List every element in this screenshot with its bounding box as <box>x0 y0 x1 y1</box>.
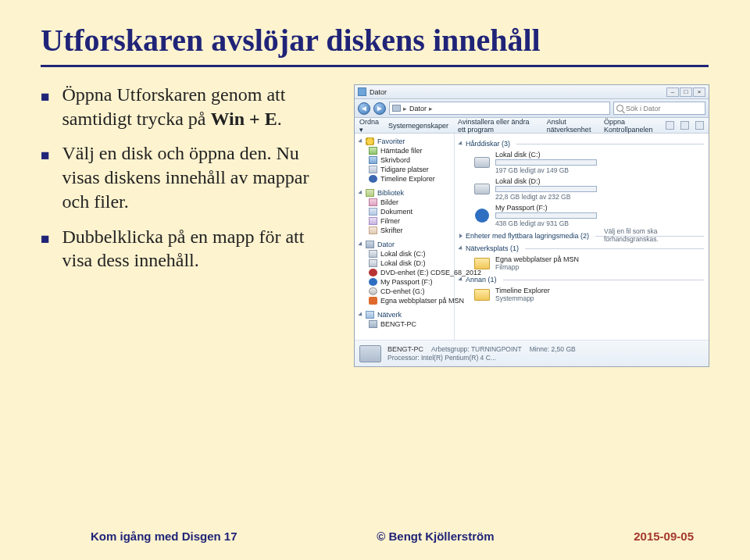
folder-icon <box>474 289 490 301</box>
nav-item-fonts[interactable]: Skrifter <box>358 226 452 235</box>
computer-icon <box>359 345 381 362</box>
nav-label: Filmer <box>380 217 400 225</box>
nav-item-pictures[interactable]: Bilder <box>358 198 452 207</box>
nav-network-header[interactable]: Nätverk <box>358 310 452 319</box>
group-network-location[interactable]: Nätverksplats (1) <box>459 243 704 254</box>
nav-label: Bilder <box>380 198 398 206</box>
nav-favorites-header[interactable]: Favoriter <box>358 137 452 146</box>
organize-menu[interactable]: Ordna ▾ <box>359 118 379 134</box>
hdd-icon <box>474 157 490 168</box>
nav-label: Skrifter <box>380 226 403 234</box>
drive-timeline[interactable]: Timeline Explorer Systemmapp <box>459 285 704 304</box>
view-icon[interactable] <box>666 121 674 130</box>
back-button[interactable]: ◄ <box>358 102 370 115</box>
msn-icon <box>369 297 377 305</box>
search-icon <box>616 105 623 112</box>
bullet-marker: ■ <box>41 230 49 248</box>
details-value: Intel(R) Pentium(R) 4 C... <box>421 354 496 362</box>
close-button[interactable]: × <box>693 87 705 97</box>
nav-label: Bibliotek <box>377 189 404 197</box>
app-icon <box>358 87 366 96</box>
hdd-icon <box>369 259 377 267</box>
uninstall-button[interactable]: Avinstallera eller ändra ett program <box>458 118 538 134</box>
documents-icon <box>369 208 377 216</box>
footer-author: © Bengt Kjöllerström <box>377 530 494 543</box>
details-value: 2,50 GB <box>552 345 576 353</box>
nav-computer-header[interactable]: Dator <box>358 240 452 249</box>
slide-title: Utforskaren avslöjar diskens innehåll <box>41 22 709 59</box>
nav-item-desktop[interactable]: Skrivbord <box>358 155 452 165</box>
drive-subtext: 438 GB ledigt av 931 GB <box>495 219 597 227</box>
help-icon[interactable] <box>695 121 704 130</box>
computer-icon <box>392 105 401 112</box>
network-icon <box>366 311 374 319</box>
drive-name: Egna webbplatser på MSN <box>495 255 579 263</box>
timeline-icon <box>369 175 377 183</box>
nav-item-passport-f[interactable]: My Passport (F:) <box>358 277 452 287</box>
map-network-button[interactable]: Anslut nätverksenhet <box>547 118 595 134</box>
window-titlebar[interactable]: Dator – □ × <box>355 85 709 99</box>
nav-item-cd-g[interactable]: CD-enhet (G:) <box>358 287 452 296</box>
nav-item-disk-c[interactable]: Lokal disk (C:) <box>358 249 452 259</box>
nav-item-recent[interactable]: Tidigare platser <box>358 165 452 174</box>
nav-label: Egna webbplatser på MSN <box>380 297 464 305</box>
bullet-text: Öppna Utforskaren genom att samtidigt tr… <box>62 83 335 130</box>
desktop-icon <box>369 156 377 164</box>
window-title: Dator <box>370 88 387 96</box>
bullet-text-bold: Win + E <box>210 109 277 129</box>
nav-label: Dator <box>377 241 395 248</box>
explorer-body: Favoriter Hämtade filer Skrivbord Tidiga… <box>355 134 709 340</box>
bullet-list: ■ Öppna Utforskaren genom att samtidigt … <box>41 83 335 367</box>
nav-item-msn[interactable]: Egna webbplatser på MSN <box>358 296 452 305</box>
drive-d[interactable]: Lokal disk (D:) 22,8 GB ledigt av 232 GB <box>459 176 704 202</box>
group-label: Nätverksplats (1) <box>466 244 519 252</box>
system-properties-button[interactable]: Systemegenskaper <box>388 122 448 130</box>
group-other[interactable]: Annan (1) <box>459 274 704 285</box>
nav-label: Favoriter <box>377 137 405 145</box>
passport-icon <box>369 278 377 286</box>
maximize-button[interactable]: □ <box>680 87 692 97</box>
group-label: Annan (1) <box>466 276 497 284</box>
nav-label: Nätverk <box>377 311 402 319</box>
breadcrumb-sep-icon: ▸ <box>403 105 407 112</box>
preview-hint: Välj en fil som ska förhandsgranskas. <box>604 227 705 243</box>
details-pc-name: BENGT-PC <box>388 345 423 353</box>
window-controls: – □ × <box>666 87 705 97</box>
drive-subtext: 197 GB ledigt av 149 GB <box>495 166 597 174</box>
preview-pane-icon[interactable] <box>680 121 689 130</box>
breadcrumb[interactable]: ▸ Dator ▸ <box>389 102 610 115</box>
nav-label: Skrivbord <box>380 156 410 164</box>
nav-item-downloads[interactable]: Hämtade filer <box>358 146 452 155</box>
forward-button[interactable]: ► <box>373 102 386 115</box>
bullet-marker: ■ <box>41 146 49 165</box>
breadcrumb-label: Dator <box>409 105 427 112</box>
details-pane: BENGT-PC Arbetsgrupp: TURNINGPOINT Minne… <box>355 340 709 366</box>
search-input[interactable]: Sök i Dator <box>613 102 705 115</box>
nav-label: My Passport (F:) <box>380 278 433 286</box>
nav-label: Tidigare platser <box>380 166 429 173</box>
control-panel-button[interactable]: Öppna Kontrollpanelen <box>604 118 656 134</box>
details-label: Processor: <box>388 354 420 362</box>
slide: Utforskaren avslöjar diskens innehåll ■ … <box>0 0 750 560</box>
star-icon <box>366 137 374 145</box>
downloads-icon <box>369 147 377 155</box>
nav-item-timeline[interactable]: Timeline Explorer <box>358 174 452 184</box>
bullet-text-pre: Välj en disk och öppna den. Nu visas dis… <box>62 143 309 211</box>
bullet-text-post: . <box>277 109 282 129</box>
drive-msn[interactable]: Egna webbplatser på MSN Filmapp <box>459 254 704 273</box>
content-row: ■ Öppna Utforskaren genom att samtidigt … <box>41 83 709 367</box>
minimize-button[interactable]: – <box>666 87 679 97</box>
nav-item-disk-d[interactable]: Lokal disk (D:) <box>358 259 452 268</box>
drive-c[interactable]: Lokal disk (C:) 197 GB ledigt av 149 GB <box>459 149 704 176</box>
nav-item-dvd-e[interactable]: DVD-enhet (E:) CDSE_68_2012 <box>358 268 452 277</box>
bullet-text: Välj en disk och öppna den. Nu visas dis… <box>62 141 335 213</box>
nav-item-movies[interactable]: Filmer <box>358 216 452 226</box>
drive-f[interactable]: My Passport (F:) 438 GB ledigt av 931 GB <box>459 202 704 229</box>
nav-libraries-header[interactable]: Bibliotek <box>358 188 452 198</box>
bullet-marker: ■ <box>41 87 49 106</box>
group-harddisks[interactable]: Hårddiskar (3) <box>459 138 704 149</box>
nav-item-documents[interactable]: Dokument <box>358 207 452 216</box>
navigation-pane: Favoriter Hämtade filer Skrivbord Tidiga… <box>355 134 455 340</box>
bullet-1: ■ Öppna Utforskaren genom att samtidigt … <box>41 83 335 130</box>
nav-item-bengt-pc[interactable]: BENGT-PC <box>358 319 452 329</box>
